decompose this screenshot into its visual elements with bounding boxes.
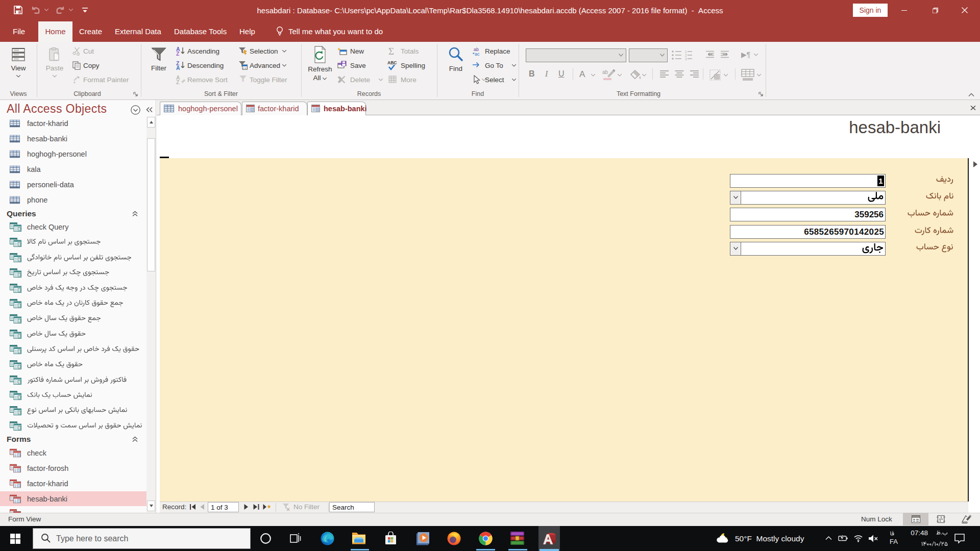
svg-text:3: 3 — [685, 57, 687, 61]
svg-text:1: 1 — [685, 50, 687, 54]
svg-text:2: 2 — [685, 54, 687, 57]
svg-text:Z: Z — [176, 51, 180, 56]
svg-text:ABC: ABC — [387, 60, 397, 65]
svg-text:A: A — [176, 65, 180, 70]
svg-text:ac: ac — [475, 52, 480, 56]
svg-text:Z: Z — [176, 79, 180, 85]
svg-text:ab: ab — [602, 69, 608, 75]
